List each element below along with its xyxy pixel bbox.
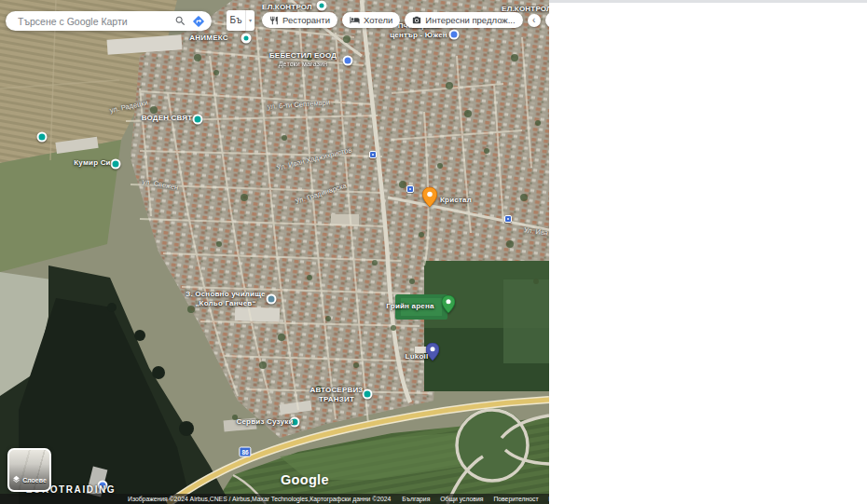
chips-main: РесторантиХотелиИнтересни предлож... (262, 12, 523, 28)
map-pin-park[interactable] (442, 295, 455, 317)
search-input[interactable] (18, 16, 169, 27)
poi-label[interactable]: Lukoil (406, 352, 429, 361)
map-pin-teal[interactable] (111, 159, 121, 170)
top-divider (549, 0, 867, 3)
satellite-imagery (0, 0, 549, 504)
poi-label[interactable]: Кристал (440, 196, 472, 205)
hotel-icon (350, 15, 360, 25)
chips-scroll-left-button[interactable]: ‹ (528, 14, 541, 27)
transit-stop-icon[interactable] (504, 215, 512, 223)
directions-icon[interactable] (192, 15, 205, 28)
poi-label[interactable]: БЕБЕСТИЛ ЕООДДетски магазин (269, 51, 337, 69)
restaurant-icon (269, 16, 279, 25)
attribution-bar: Изображения ©2024 Airbus,CNES / Airbus,M… (0, 494, 549, 504)
google-logo: Google (281, 472, 329, 487)
input-language-label: Бъ (227, 10, 245, 31)
poi-label[interactable]: ЕЛ.КОНТРОЛ (262, 3, 312, 12)
camera-icon (412, 16, 421, 25)
layers-icon (12, 475, 21, 484)
map-pin-white[interactable] (241, 34, 252, 44)
map-pin-teal[interactable] (363, 389, 373, 400)
chevron-down-icon[interactable]: ▾ (245, 10, 255, 31)
poi-sublabel: Детски магазин (269, 61, 337, 69)
chip-label: Интересни предлож... (425, 15, 515, 25)
footer-link[interactable]: Общи условия (440, 496, 483, 502)
map-pin-blue[interactable] (449, 30, 460, 40)
map-pin-teal[interactable] (37, 132, 48, 143)
attribution-links: БългарияОбщи условияПоверителностИзпраща… (402, 496, 549, 502)
poi-label[interactable]: АВТОСЕРВИЗ ТРАНЗИТ (310, 386, 363, 404)
pin-dot (244, 36, 249, 41)
poi-label[interactable]: Кумир Си (74, 158, 110, 168)
chip-ресторанти[interactable]: Ресторанти (262, 12, 337, 28)
chip-label: Ресторанти (282, 15, 330, 25)
map-pin-blue[interactable] (343, 56, 353, 66)
road-shield-86: 86 (239, 447, 251, 457)
chip-интересни-предлож-[interactable]: Интересни предлож... (405, 12, 522, 28)
layers-button[interactable]: Слоеве (7, 448, 51, 492)
poi-label[interactable]: Сервиз Сузуки (236, 417, 293, 427)
search-bar[interactable] (6, 11, 212, 31)
transit-stop-icon[interactable] (406, 185, 414, 193)
poi-label[interactable]: З. Основно училище „Кольо Ганчев“ (186, 290, 266, 308)
chip-label: Хотели (364, 15, 392, 25)
layers-label: Слоеве (22, 477, 47, 484)
map-pin-food[interactable] (422, 187, 437, 211)
map-pin-school[interactable] (267, 294, 277, 305)
category-chip-row: РесторантиХотелиИнтересни предлож... ‹ М… (262, 12, 549, 28)
footer-link[interactable]: Поверителност (493, 496, 538, 502)
poi-label[interactable]: АНИМЕКС (189, 34, 227, 43)
map-canvas[interactable]: ЕЛ.КОНТРОЛАНИМЕКСПчеларски център - Южен… (0, 0, 549, 504)
search-icon[interactable] (174, 15, 186, 27)
attribution-text: Изображения ©2024 Airbus,CNES / Airbus,M… (128, 496, 391, 502)
pin-dot (320, 4, 324, 8)
input-language-button[interactable]: Бъ ▾ (227, 10, 255, 31)
chip-хотели[interactable]: Хотели (342, 12, 400, 28)
chip-музеи[interactable]: Музеи (545, 12, 549, 28)
transit-stop-icon[interactable] (369, 151, 377, 158)
footer-link[interactable]: България (402, 496, 430, 502)
chips-overflow: Музеи (545, 12, 549, 28)
map-pin-white[interactable] (317, 1, 327, 11)
map-pin-teal[interactable] (193, 115, 203, 125)
poi-label[interactable]: Грийн арена (386, 302, 434, 311)
poi-label[interactable]: ВОДЕН СВЯТ (142, 114, 193, 123)
